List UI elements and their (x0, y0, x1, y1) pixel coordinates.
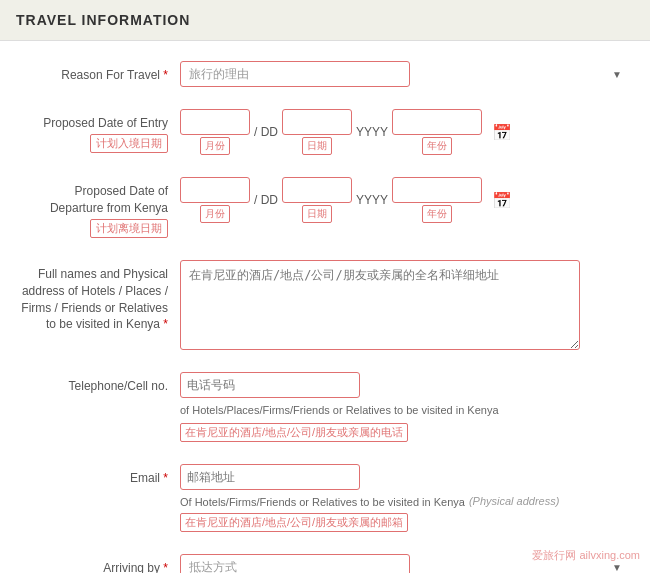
entry-yyyy-wrap: 年份 (392, 109, 482, 155)
arriving-select-arrow-icon: ▼ (612, 561, 622, 572)
dep-dd-wrap: 日期 (282, 177, 352, 223)
entry-dd-sep: / DD (254, 125, 278, 139)
reason-controls: 旅行的理由 Tourism Business Transit Study Med… (180, 61, 630, 87)
dep-mm-hint: 月份 (200, 205, 230, 223)
arriving-select[interactable]: 抵达方式 Air Road Sea (180, 554, 410, 573)
entry-calendar-icon[interactable]: 📅 (492, 123, 512, 142)
reason-select-arrow-icon: ▼ (612, 69, 622, 80)
phone-controls: of Hotels/Places/Firms/Friends or Relati… (180, 372, 630, 442)
dep-calendar-icon[interactable]: 📅 (492, 191, 512, 210)
entry-yyyy-hint: 年份 (422, 137, 452, 155)
form-section: Reason For Travel * 旅行的理由 Tourism Busine… (0, 41, 650, 573)
dep-yyyy-input[interactable] (392, 177, 482, 203)
email-label: Email * (20, 464, 180, 487)
dep-dd-sep: / DD (254, 193, 278, 207)
fullnames-row: Full names and Physical address of Hotel… (20, 256, 630, 354)
departure-date-row-inner: 月份 / DD 日期 YYYY 年份 📅 (180, 177, 630, 223)
email-sublabel: Of Hotels/Firms/Friends or Relatives to … (180, 496, 465, 508)
phone-input[interactable] (180, 372, 360, 398)
email-physical-label: (Physical address) (469, 495, 559, 507)
reason-select-wrapper: 旅行的理由 Tourism Business Transit Study Med… (180, 61, 630, 87)
dep-yyyy-sep: YYYY (356, 193, 388, 207)
entry-dd-input[interactable] (282, 109, 352, 135)
dep-dd-input[interactable] (282, 177, 352, 203)
entry-yyyy-input[interactable] (392, 109, 482, 135)
dep-yyyy-hint: 年份 (422, 205, 452, 223)
entry-dd-hint: 日期 (302, 137, 332, 155)
departure-date-label: Proposed Date of Departure from Kenya 计划… (20, 177, 180, 238)
entry-date-controls: 月份 / DD 日期 YYYY 年份 📅 (180, 109, 630, 155)
entry-date-row: Proposed Date of Entry 计划入境日期 月份 / DD 日期… (20, 105, 630, 159)
departure-date-row: Proposed Date of Departure from Kenya 计划… (20, 173, 630, 242)
phone-hint: 在肯尼亚的酒店/地点/公司/朋友或亲属的电话 (180, 423, 408, 442)
entry-mm-wrap: 月份 (180, 109, 250, 155)
entry-yyyy-sep: YYYY (356, 125, 388, 139)
arriving-label: Arriving by * (20, 554, 180, 573)
email-input[interactable] (180, 464, 360, 490)
entry-dd-wrap: 日期 (282, 109, 352, 155)
entry-date-row-inner: 月份 / DD 日期 YYYY 年份 📅 (180, 109, 630, 155)
reason-label: Reason For Travel * (20, 61, 180, 84)
page-wrapper: TRAVEL INFORMATION Reason For Travel * 旅… (0, 0, 650, 573)
phone-row: Telephone/Cell no. of Hotels/Places/Firm… (20, 368, 630, 446)
dep-dd-hint: 日期 (302, 205, 332, 223)
header: TRAVEL INFORMATION (0, 0, 650, 41)
departure-date-controls: 月份 / DD 日期 YYYY 年份 📅 (180, 177, 630, 223)
fullnames-textarea[interactable] (180, 260, 580, 350)
entry-mm-input[interactable] (180, 109, 250, 135)
dep-mm-wrap: 月份 (180, 177, 250, 223)
fullnames-controls (180, 260, 630, 350)
reason-select[interactable]: 旅行的理由 Tourism Business Transit Study Med… (180, 61, 410, 87)
entry-mm-hint: 月份 (200, 137, 230, 155)
email-controls: Of Hotels/Firms/Friends or Relatives to … (180, 464, 630, 532)
phone-label: Telephone/Cell no. (20, 372, 180, 395)
dep-yyyy-wrap: 年份 (392, 177, 482, 223)
phone-sublabel: of Hotels/Places/Firms/Friends or Relati… (180, 404, 499, 416)
email-hint: 在肯尼亚的酒店/地点/公司/朋友或亲属的邮箱 (180, 513, 408, 532)
watermark: 爱旅行网 ailvxing.com (532, 548, 640, 563)
page-title: TRAVEL INFORMATION (16, 12, 190, 28)
reason-row: Reason For Travel * 旅行的理由 Tourism Busine… (20, 57, 630, 91)
dep-mm-input[interactable] (180, 177, 250, 203)
entry-date-label: Proposed Date of Entry 计划入境日期 (20, 109, 180, 153)
fullnames-label: Full names and Physical address of Hotel… (20, 260, 180, 333)
email-row: Email * Of Hotels/Firms/Friends or Relat… (20, 460, 630, 536)
